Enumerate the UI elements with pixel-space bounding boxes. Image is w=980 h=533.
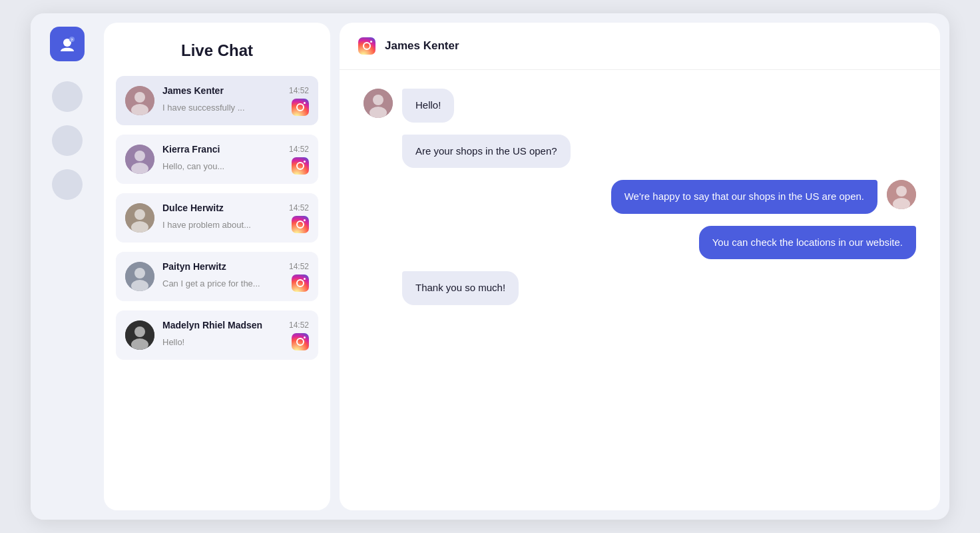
svg-point-28 xyxy=(134,326,145,337)
message-bubble-m4: You can check the locations in our websi… xyxy=(699,226,916,260)
chat-name-kierra-franci: Kierra Franci xyxy=(162,144,220,155)
chat-name-dulce-herwitz: Dulce Herwitz xyxy=(162,203,224,213)
chat-name-james-kenter: James Kenter xyxy=(162,85,224,96)
message-row-m4: You can check the locations in our websi… xyxy=(364,226,916,260)
chat-preview-james-kenter: I have successfully ... xyxy=(162,103,245,113)
message-avatar-m3 xyxy=(887,180,916,209)
chat-avatar-paityn-herwitz xyxy=(125,262,154,291)
svg-point-16 xyxy=(134,209,145,220)
chat-header: James Kenter xyxy=(340,23,940,70)
messages-area: Hello!Are your shops in the US open? We'… xyxy=(340,70,940,510)
message-bubble-m3: We're happy to say that our shops in the… xyxy=(611,180,877,214)
chat-main: James Kenter Hello!Are your shops in the… xyxy=(340,23,940,510)
chat-time-madelyn-rhiel: 14:52 xyxy=(289,320,309,330)
svg-point-37 xyxy=(373,95,383,105)
chat-name-paityn-herwitz: Paityn Herwitz xyxy=(162,261,226,272)
instagram-icon-dulce-herwitz xyxy=(292,216,309,233)
svg-rect-12 xyxy=(292,157,309,175)
nav-item-3[interactable] xyxy=(52,169,83,200)
svg-rect-33 xyxy=(358,37,375,55)
svg-rect-24 xyxy=(292,274,309,292)
chat-avatar-dulce-herwitz xyxy=(125,203,154,233)
message-bubble-m1: Hello! xyxy=(402,89,454,123)
chat-time-kierra-franci: 14:52 xyxy=(289,145,309,154)
svg-text:?: ? xyxy=(71,38,73,42)
message-row-m3: We're happy to say that our shops in the… xyxy=(364,180,916,214)
chat-time-dulce-herwitz: 14:52 xyxy=(289,203,309,213)
svg-point-40 xyxy=(896,186,907,197)
chat-header-name: James Kenter xyxy=(385,39,459,53)
svg-point-4 xyxy=(134,92,145,103)
chat-avatar-madelyn-rhiel xyxy=(125,320,154,350)
instagram-icon-james-kenter xyxy=(292,99,309,116)
chat-item-james-kenter[interactable]: James Kenter14:52I have successfully ... xyxy=(116,76,318,125)
message-bubble-m5: Thank you so much! xyxy=(402,271,519,305)
svg-point-14 xyxy=(304,161,306,163)
nav-item-2[interactable] xyxy=(52,125,83,156)
nav-item-1[interactable] xyxy=(52,81,83,112)
chat-name-madelyn-rhiel: Madelyn Rhiel Madsen xyxy=(162,320,262,330)
app-logo[interactable]: ? xyxy=(50,27,85,61)
svg-rect-30 xyxy=(292,333,309,350)
svg-rect-18 xyxy=(292,216,309,233)
chat-preview-madelyn-rhiel: Hello! xyxy=(162,337,184,347)
chat-list-panel: Live Chat James Kenter14:52I have succes… xyxy=(104,23,330,510)
svg-point-26 xyxy=(304,278,306,280)
message-row-m2: Are your shops in the US open? xyxy=(364,135,916,169)
svg-point-10 xyxy=(134,151,145,161)
message-row-m5: Thank you so much! xyxy=(364,271,916,305)
instagram-icon-paityn-herwitz xyxy=(292,274,309,292)
chat-item-madelyn-rhiel[interactable]: Madelyn Rhiel Madsen14:52Hello! xyxy=(116,310,318,360)
chat-preview-paityn-herwitz: Can I get a price for the... xyxy=(162,278,260,288)
message-bubble-m2: Are your shops in the US open? xyxy=(402,135,571,169)
chat-item-dulce-herwitz[interactable]: Dulce Herwitz14:52I have problem about..… xyxy=(116,193,318,243)
instagram-icon-madelyn-rhiel xyxy=(292,333,309,350)
chat-list: James Kenter14:52I have successfully ...… xyxy=(116,76,318,360)
svg-point-22 xyxy=(134,268,145,278)
chat-item-kierra-franci[interactable]: Kierra Franci14:52Hello, can you... xyxy=(116,135,318,184)
chat-time-james-kenter: 14:52 xyxy=(289,86,309,95)
svg-point-8 xyxy=(304,102,306,104)
svg-point-20 xyxy=(304,219,306,221)
message-avatar-m1 xyxy=(364,89,393,118)
chat-preview-kierra-franci: Hello, can you... xyxy=(162,161,224,171)
sidebar: ? xyxy=(31,13,104,520)
chat-time-paityn-herwitz: 14:52 xyxy=(289,262,309,271)
chat-avatar-kierra-franci xyxy=(125,145,154,174)
svg-rect-6 xyxy=(292,99,309,116)
svg-point-32 xyxy=(304,336,306,338)
app-container: ? Live Chat James Kenter14:52I have succ… xyxy=(31,13,949,520)
chat-avatar-james-kenter xyxy=(125,86,154,115)
chat-item-paityn-herwitz[interactable]: Paityn Herwitz14:52Can I get a price for… xyxy=(116,252,318,301)
instagram-icon-kierra-franci xyxy=(292,157,309,175)
message-row-m1: Hello! xyxy=(364,89,916,123)
chat-preview-dulce-herwitz: I have problem about... xyxy=(162,220,251,230)
instagram-icon xyxy=(358,37,375,55)
svg-point-35 xyxy=(370,41,372,43)
panel-title: Live Chat xyxy=(116,41,318,60)
